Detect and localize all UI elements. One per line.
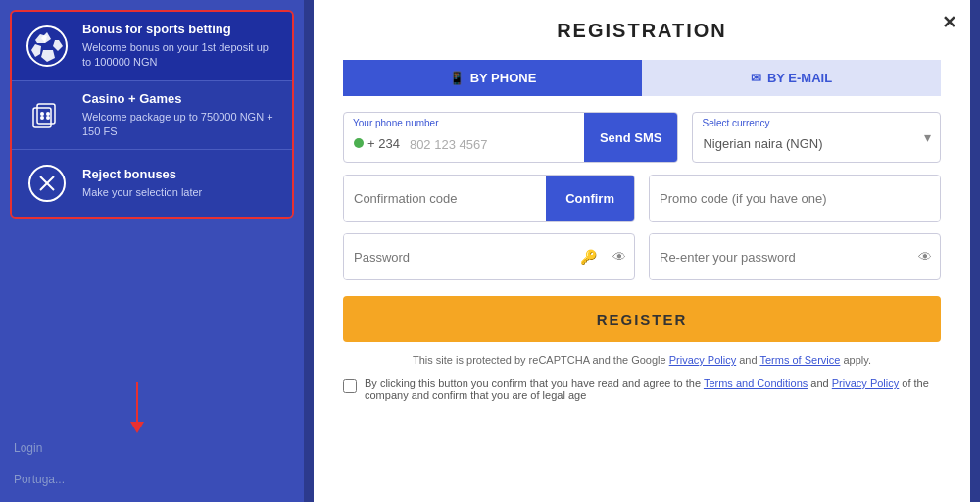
bonus-reject-title: Reject bonuses xyxy=(82,167,202,183)
arrow-head xyxy=(130,422,144,433)
svg-point-10 xyxy=(40,116,44,120)
tab-email[interactable]: ✉ BY E-MAIL xyxy=(642,60,941,96)
password-row: 🔑 👁 👁 xyxy=(343,233,941,280)
registration-modal: ✕ REGISTRATION 📱 BY PHONE ✉ BY E-MAIL Yo… xyxy=(314,0,970,502)
bonus-sports-text: Bonus for sports betting Welcome bonus o… xyxy=(82,22,280,71)
password-input[interactable] xyxy=(344,234,572,279)
casino-icon xyxy=(24,92,71,139)
svg-point-11 xyxy=(46,112,50,116)
close-button[interactable]: ✕ xyxy=(942,12,956,33)
bonus-reject-desc: Make your selection later xyxy=(82,185,202,200)
terms-privacy-link[interactable]: Privacy Policy xyxy=(832,377,899,389)
left-nav-login: Login xyxy=(10,435,294,461)
svg-marker-3 xyxy=(41,50,55,62)
modal-backdrop: ✕ REGISTRATION 📱 BY PHONE ✉ BY E-MAIL Yo… xyxy=(304,0,980,502)
reenter-input-wrapper: 👁 xyxy=(649,233,941,280)
privacy-policy-link[interactable]: Privacy Policy xyxy=(669,354,736,366)
svg-marker-4 xyxy=(31,44,41,57)
soccer-icon xyxy=(24,23,71,70)
promo-group xyxy=(649,175,941,222)
reenter-eye-icon[interactable]: 👁 xyxy=(910,249,940,265)
tab-phone[interactable]: 📱 BY PHONE xyxy=(343,60,642,96)
recaptcha-apply: apply. xyxy=(843,354,871,366)
currency-label: Select currency xyxy=(702,118,769,128)
phone-prefix-text: + 234 xyxy=(368,136,400,151)
bonus-item-sports[interactable]: Bonus for sports betting Welcome bonus o… xyxy=(12,12,292,81)
tab-phone-label: BY PHONE xyxy=(470,71,537,85)
password-key-icon[interactable]: 🔑 xyxy=(572,249,605,265)
bonus-item-casino[interactable]: Casino + Games Welcome package up to 750… xyxy=(12,81,292,151)
confirmation-group: Confirm xyxy=(343,175,635,222)
bonus-sports-desc: Welcome bonus on your 1st deposit up to … xyxy=(82,40,280,71)
arrow-indicator xyxy=(130,382,144,433)
reenter-password-group: 👁 xyxy=(649,233,941,280)
bonus-item-reject[interactable]: Reject bonuses Make your selection later xyxy=(12,150,292,217)
svg-marker-2 xyxy=(53,40,63,51)
email-tab-icon: ✉ xyxy=(751,71,761,85)
bonus-casino-desc: Welcome package up to 750000 NGN + 150 F… xyxy=(82,110,280,140)
send-sms-button[interactable]: Send SMS xyxy=(584,113,678,162)
currency-group: Select currency Nigerian naira (NGN) xyxy=(692,112,941,163)
arrow-line xyxy=(136,382,138,422)
confirm-button[interactable]: Confirm xyxy=(546,176,634,221)
svg-point-9 xyxy=(46,116,50,120)
register-button[interactable]: REGISTER xyxy=(343,296,941,342)
bonus-reject-text: Reject bonuses Make your selection later xyxy=(82,167,202,200)
terms-conditions-link[interactable]: Terms and Conditions xyxy=(704,377,808,389)
recaptcha-text: This site is protected by reCAPTCHA and … xyxy=(343,354,941,366)
bonus-card: Bonus for sports betting Welcome bonus o… xyxy=(10,10,294,219)
phone-label: Your phone number xyxy=(353,118,438,128)
promo-input-wrapper xyxy=(649,175,941,222)
reenter-password-input[interactable] xyxy=(650,234,910,279)
password-group: 🔑 👁 xyxy=(343,233,635,280)
left-nav-language: Portuga... xyxy=(10,467,294,492)
terms-and: and xyxy=(810,377,828,389)
terms-row: By clicking this button you confirm that… xyxy=(343,377,941,401)
modal-title: REGISTRATION xyxy=(343,20,941,42)
recaptcha-and: and xyxy=(739,354,757,366)
registration-tabs: 📱 BY PHONE ✉ BY E-MAIL xyxy=(343,60,941,96)
phone-group: Your phone number + 234 Send SMS xyxy=(343,112,678,163)
phone-tab-icon: 📱 xyxy=(449,71,465,85)
password-eye-icon[interactable]: 👁 xyxy=(605,249,634,265)
confirmation-input[interactable] xyxy=(344,176,546,221)
terms-text: By clicking this button you confirm that… xyxy=(365,377,941,401)
recaptcha-prefix: This site is protected by reCAPTCHA and … xyxy=(413,354,666,366)
tab-email-label: BY E-MAIL xyxy=(767,71,832,85)
confirmation-promo-row: Confirm xyxy=(343,175,941,222)
reject-icon xyxy=(24,160,71,207)
terms-prefix: By clicking this button you confirm that… xyxy=(365,377,701,389)
phone-currency-row: Your phone number + 234 Send SMS Select … xyxy=(343,112,941,163)
terms-checkbox[interactable] xyxy=(343,379,357,393)
svg-point-8 xyxy=(40,112,44,116)
left-panel: Bonus for sports betting Welcome bonus o… xyxy=(0,0,304,502)
bonus-sports-title: Bonus for sports betting xyxy=(82,22,280,38)
terms-of-service-link[interactable]: Terms of Service xyxy=(760,354,840,366)
green-dot xyxy=(354,138,364,148)
confirmation-input-wrapper: Confirm xyxy=(343,175,635,222)
bonus-casino-text: Casino + Games Welcome package up to 750… xyxy=(82,91,280,140)
promo-input[interactable] xyxy=(650,176,940,221)
password-input-wrapper: 🔑 👁 xyxy=(343,233,635,280)
bonus-casino-title: Casino + Games xyxy=(82,91,280,108)
